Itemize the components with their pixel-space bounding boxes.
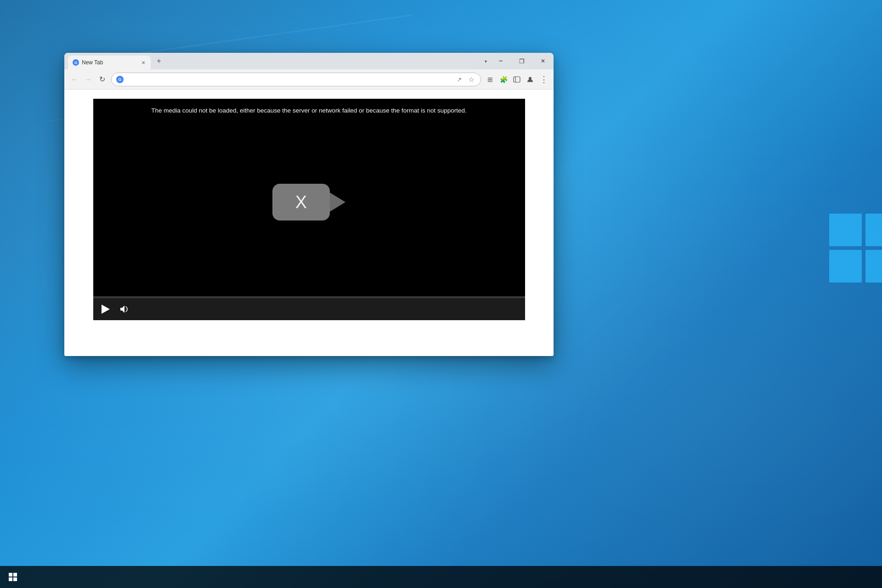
tab-favicon: G: [73, 59, 79, 66]
camera-body: X: [272, 184, 330, 220]
window-controls: ▾ − ❐ ✕: [481, 53, 554, 69]
camera-x-icon: X: [295, 192, 307, 212]
address-bookmark-icon[interactable]: ☆: [467, 75, 476, 84]
browser-navbar: ← → ↻ G ↗ ☆ ⊞ 🧩: [64, 69, 554, 90]
extensions-icon-btn[interactable]: ⊞: [484, 73, 497, 86]
address-share-icon[interactable]: ↗: [455, 75, 464, 84]
windows-corner-logo: [829, 214, 882, 283]
volume-icon: [119, 305, 129, 313]
browser-content: The media could not be loaded, either be…: [64, 90, 554, 356]
close-btn[interactable]: ✕: [532, 54, 554, 68]
chrome-extension-icon[interactable]: 🧩: [497, 73, 510, 86]
start-button[interactable]: [4, 568, 22, 586]
new-tab-button[interactable]: +: [153, 55, 165, 68]
browser-tabs-container: G New Tab ✕ +: [68, 53, 481, 69]
minimize-btn[interactable]: −: [490, 54, 511, 68]
video-player: The media could not be loaded, either be…: [93, 99, 525, 320]
maximize-btn[interactable]: ❐: [511, 54, 532, 68]
video-area[interactable]: The media could not be loaded, either be…: [93, 99, 525, 296]
forward-button[interactable]: →: [82, 73, 95, 86]
video-error-message: The media could not be loaded, either be…: [93, 107, 525, 114]
desktop: G New Tab ✕ + ▾ − ❐: [0, 0, 882, 588]
tab-title: New Tab: [82, 59, 137, 66]
back-button[interactable]: ←: [68, 73, 81, 86]
active-tab[interactable]: G New Tab ✕: [68, 56, 151, 69]
volume-button[interactable]: [117, 302, 131, 316]
taskbar: [0, 566, 882, 588]
google-g-icon: G: [116, 76, 124, 83]
windows-logo-icon: [9, 573, 17, 581]
profile-icon-btn[interactable]: [524, 73, 537, 86]
tab-dropdown-btn[interactable]: ▾: [481, 54, 490, 68]
address-input[interactable]: [126, 76, 452, 83]
tab-close-btn[interactable]: ✕: [140, 59, 147, 66]
address-bar[interactable]: G ↗ ☆: [111, 73, 481, 86]
toolbar-icons: ⊞ 🧩 ⋮: [484, 73, 550, 86]
video-controls: [93, 298, 525, 320]
refresh-button[interactable]: ↻: [96, 73, 108, 86]
sidebar-btn[interactable]: [510, 73, 523, 86]
camera-tail: [329, 192, 345, 212]
play-icon: [102, 305, 110, 314]
browser-window: G New Tab ✕ + ▾ − ❐: [64, 53, 554, 356]
menu-icon-btn[interactable]: ⋮: [537, 73, 550, 86]
browser-titlebar: G New Tab ✕ + ▾ − ❐: [64, 53, 554, 69]
svg-rect-0: [514, 77, 520, 82]
broken-video-icon: X: [272, 184, 345, 220]
play-button[interactable]: [99, 302, 113, 316]
